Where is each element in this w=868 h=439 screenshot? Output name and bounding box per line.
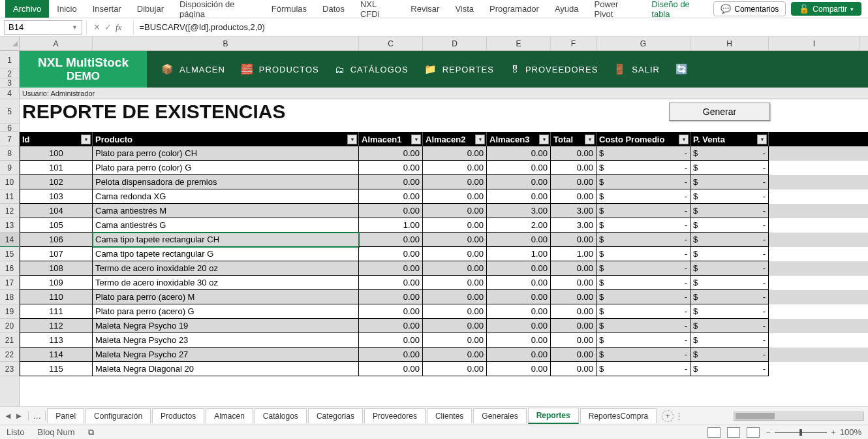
cell-producto[interactable]: Cama antiestrés M bbox=[93, 204, 359, 218]
cell-venta[interactable]: $- bbox=[690, 218, 769, 233]
cell-a2[interactable]: 0.00 bbox=[423, 175, 487, 189]
cell-venta[interactable]: $- bbox=[690, 304, 769, 319]
generate-button[interactable]: Generar bbox=[669, 103, 770, 121]
cell-total[interactable]: 0.00 bbox=[551, 276, 597, 290]
cell-a2[interactable]: 0.00 bbox=[423, 276, 487, 290]
sheet-tab-clientes[interactable]: Clientes bbox=[427, 408, 472, 423]
row-header-16[interactable]: 16 bbox=[0, 261, 19, 276]
filter-icon[interactable]: ▾ bbox=[539, 135, 549, 144]
cell-a3[interactable]: 0.00 bbox=[487, 276, 551, 290]
cell-a2[interactable]: 0.00 bbox=[423, 146, 487, 161]
col-header-B[interactable]: B bbox=[93, 37, 359, 50]
th-producto[interactable]: Producto▾ bbox=[93, 132, 359, 146]
ribbon-tab-inicio[interactable]: Inicio bbox=[49, 0, 84, 18]
cell-venta[interactable]: $- bbox=[690, 189, 769, 204]
cell-total[interactable]: 0.00 bbox=[551, 319, 597, 333]
cell-a1[interactable]: 0.00 bbox=[359, 233, 423, 247]
cell-a1[interactable]: 0.00 bbox=[359, 175, 423, 189]
nav-productos[interactable]: 🧱PRODUCTOS bbox=[241, 63, 319, 75]
cell-producto[interactable]: Maleta Negra Psycho 19 bbox=[93, 319, 359, 333]
cell-venta[interactable]: $- bbox=[690, 290, 769, 304]
ribbon-tab-nxl-cfdi[interactable]: NXL CFDi bbox=[352, 0, 403, 18]
select-all-corner[interactable] bbox=[0, 37, 19, 51]
th-almacen1[interactable]: Almacen1▾ bbox=[359, 132, 423, 146]
cell-producto[interactable]: Maleta Negra Psycho 23 bbox=[93, 333, 359, 348]
cell-id[interactable]: 109 bbox=[20, 276, 93, 290]
col-header-G[interactable]: G bbox=[597, 37, 690, 50]
cell-a3[interactable]: 0.00 bbox=[487, 175, 551, 189]
ribbon-tab-programador[interactable]: Programador bbox=[482, 0, 547, 18]
cell-venta[interactable]: $- bbox=[690, 233, 769, 247]
cell-a2[interactable]: 0.00 bbox=[423, 161, 487, 175]
cell-total[interactable]: 1.00 bbox=[551, 247, 597, 261]
cell-producto[interactable]: Plato para perro (acero) G bbox=[93, 304, 359, 319]
cell-a1[interactable]: 0.00 bbox=[359, 261, 423, 276]
nav-proveedores[interactable]: 🎖PROVEEDORES bbox=[510, 64, 598, 75]
cell-a1[interactable]: 0.00 bbox=[359, 161, 423, 175]
fx-icon[interactable]: fx bbox=[116, 22, 127, 33]
cell-costo[interactable]: $- bbox=[597, 290, 690, 304]
cell-a3[interactable]: 2.00 bbox=[487, 218, 551, 233]
row-header-23[interactable]: 23 bbox=[0, 362, 19, 376]
cell-id[interactable]: 108 bbox=[20, 261, 93, 276]
ribbon-tab-power-pivot[interactable]: Power Pivot bbox=[587, 0, 644, 18]
cell-id[interactable]: 107 bbox=[20, 247, 93, 261]
nav-catálogos[interactable]: 🗂CATÁLOGOS bbox=[335, 64, 409, 75]
ribbon-tab-datos[interactable]: Datos bbox=[315, 0, 352, 18]
cell-costo[interactable]: $- bbox=[597, 333, 690, 348]
ribbon-tab-dibujar[interactable]: Dibujar bbox=[129, 0, 172, 18]
sheet-tab-categorias[interactable]: Categorias bbox=[308, 408, 363, 423]
col-header-F[interactable]: F bbox=[551, 37, 597, 50]
cell-costo[interactable]: $- bbox=[597, 348, 690, 362]
cell-venta[interactable]: $- bbox=[690, 319, 769, 333]
ribbon-tab-disposición-de-página[interactable]: Disposición de página bbox=[172, 0, 264, 18]
row-header-7[interactable]: 7 bbox=[0, 132, 19, 146]
th-costo-promedio[interactable]: Costo Promedio▾ bbox=[597, 132, 690, 146]
cell-id[interactable]: 115 bbox=[20, 362, 93, 376]
row-header-21[interactable]: 21 bbox=[0, 333, 19, 348]
sheet-tab-reportes[interactable]: Reportes bbox=[528, 408, 579, 424]
macro-icon[interactable]: ⧉ bbox=[88, 427, 94, 438]
ribbon-tab-archivo[interactable]: Archivo bbox=[5, 0, 49, 18]
cell-a3[interactable]: 0.00 bbox=[487, 348, 551, 362]
cell-id[interactable]: 102 bbox=[20, 175, 93, 189]
cell-a1[interactable]: 0.00 bbox=[359, 290, 423, 304]
cell-total[interactable]: 0.00 bbox=[551, 233, 597, 247]
sheet-tab-reportescompra[interactable]: ReportesCompra bbox=[580, 408, 657, 423]
cell-costo[interactable]: $- bbox=[597, 218, 690, 233]
zoom-in-icon[interactable]: + bbox=[831, 427, 836, 437]
row-header-18[interactable]: 18 bbox=[0, 290, 19, 304]
cell-a1[interactable]: 0.00 bbox=[359, 247, 423, 261]
cell-venta[interactable]: $- bbox=[690, 247, 769, 261]
cell-a1[interactable]: 1.00 bbox=[359, 218, 423, 233]
row-header-5[interactable]: 5 bbox=[0, 99, 19, 124]
row-header-8[interactable]: 8 bbox=[0, 146, 19, 161]
cell-producto[interactable]: Termo de acero inoxidable 20 oz bbox=[93, 261, 359, 276]
row-header-11[interactable]: 11 bbox=[0, 189, 19, 204]
cell-id[interactable]: 101 bbox=[20, 161, 93, 175]
th-p-venta[interactable]: P. Venta▾ bbox=[690, 132, 769, 146]
cell-costo[interactable]: $- bbox=[597, 261, 690, 276]
cell-id[interactable]: 111 bbox=[20, 304, 93, 319]
cell-a3[interactable]: 0.00 bbox=[487, 233, 551, 247]
cell-producto[interactable]: Cama tipo tapete rectangular G bbox=[93, 247, 359, 261]
cell-a1[interactable]: 0.00 bbox=[359, 319, 423, 333]
cell-total[interactable]: 0.00 bbox=[551, 261, 597, 276]
cell-a1[interactable]: 0.00 bbox=[359, 276, 423, 290]
row-header-10[interactable]: 10 bbox=[0, 175, 19, 189]
ribbon-tab-diseño-de-tabla[interactable]: Diseño de tabla bbox=[643, 0, 713, 18]
filter-icon[interactable]: ▾ bbox=[679, 135, 689, 144]
nav-salir[interactable]: 🚪SALIR bbox=[613, 63, 660, 75]
nav-almacen[interactable]: 📦ALMACEN bbox=[161, 63, 225, 75]
cell-a2[interactable]: 0.00 bbox=[423, 362, 487, 376]
view-preview-button[interactable] bbox=[747, 427, 760, 438]
accept-icon[interactable]: ✓ bbox=[104, 22, 112, 32]
add-sheet-button[interactable]: + bbox=[662, 410, 674, 422]
cell-a3[interactable]: 0.00 bbox=[487, 319, 551, 333]
cell-costo[interactable]: $- bbox=[597, 233, 690, 247]
cell-a3[interactable]: 0.00 bbox=[487, 161, 551, 175]
cell-producto[interactable]: Maleta Negra Psycho 27 bbox=[93, 348, 359, 362]
tab-nav-arrows[interactable]: ◄ ► bbox=[4, 411, 27, 421]
cell-a2[interactable]: 0.00 bbox=[423, 290, 487, 304]
cell-costo[interactable]: $- bbox=[597, 276, 690, 290]
